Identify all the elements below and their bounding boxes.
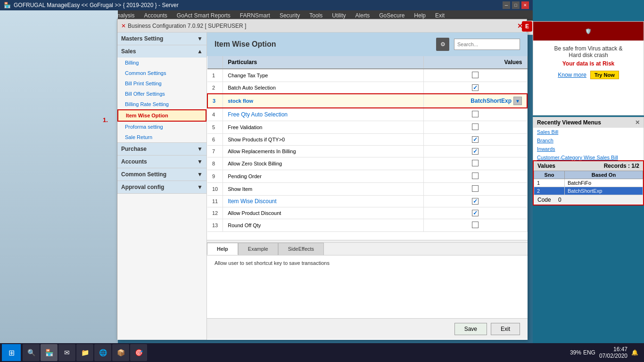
vp-val-2: BatchShortExp: [564, 187, 643, 195]
table-row[interactable]: 6 Show Products if QTY>0: [207, 134, 527, 146]
checkbox-2[interactable]: [472, 84, 479, 91]
exit-button[interactable]: Exit: [491, 323, 520, 335]
checkbox-10[interactable]: [472, 185, 479, 192]
sidebar-item-sale-return[interactable]: Sale Return: [117, 132, 206, 142]
table-row[interactable]: 9 Pending Order: [207, 170, 527, 183]
table-scroll-area[interactable]: Particulars Values 1 Change Tax Type 2 B…: [207, 56, 528, 240]
row-value[interactable]: [423, 196, 527, 207]
taskbar-icons: 🔍 🏪 ✉ 📁 🌐 📦 🎯: [23, 344, 147, 361]
row-value[interactable]: [423, 121, 527, 134]
rv-branch[interactable]: Branch: [533, 136, 644, 145]
row-value[interactable]: [423, 157, 527, 170]
table-row[interactable]: 2 Batch Auto Selection: [207, 82, 527, 94]
row-value[interactable]: [423, 219, 527, 232]
table-row[interactable]: 8 Allow Zero Stock Billing: [207, 157, 527, 170]
try-now-button[interactable]: Try Now: [590, 71, 619, 79]
checkbox-9[interactable]: [472, 173, 479, 179]
row-value[interactable]: [423, 170, 527, 183]
row-value[interactable]: [423, 69, 527, 82]
save-button[interactable]: Save: [454, 323, 487, 335]
checkbox-5[interactable]: [472, 123, 479, 130]
tab-side-effects[interactable]: SideEffects: [278, 243, 324, 255]
accounts-arrow-icon: ▼: [197, 158, 203, 165]
purchase-section-header[interactable]: Purchase ▼: [117, 143, 206, 155]
background-scene: [0, 10, 118, 343]
sidebar-item-proforma-setting[interactable]: Proforma setting: [117, 122, 206, 132]
checkbox-1[interactable]: [472, 72, 479, 78]
col-particulars: Particulars: [223, 56, 423, 69]
row-value-dropdown[interactable]: BatchShortExp ▼: [423, 94, 527, 108]
checkbox-8[interactable]: [472, 160, 479, 166]
maximize-button[interactable]: □: [512, 1, 520, 9]
row-value[interactable]: [423, 146, 527, 157]
sidebar-item-common-settings[interactable]: Common Settings: [117, 68, 206, 78]
table-row[interactable]: 11 Item Wise Discount: [207, 196, 527, 207]
row-value[interactable]: [423, 108, 527, 121]
table-row[interactable]: 4 Free Qty Auto Selection: [207, 108, 527, 121]
taskbar-chrome-icon[interactable]: 🌐: [94, 344, 111, 361]
row-sno: 12: [207, 207, 223, 219]
accounts-section-header[interactable]: Accounts ▼: [117, 156, 206, 168]
row-sno: 7: [207, 146, 223, 157]
table-row[interactable]: 10 Show Item: [207, 183, 527, 196]
search-input[interactable]: [454, 39, 520, 50]
gear-button[interactable]: ⚙: [436, 38, 449, 51]
checkbox-4[interactable]: [472, 111, 479, 117]
checkbox-12[interactable]: [472, 210, 479, 216]
row-value[interactable]: [423, 207, 527, 219]
taskbar-files-icon[interactable]: 📁: [76, 344, 93, 361]
taskbar-email-icon[interactable]: ✉: [58, 344, 75, 361]
approval-arrow-icon: ▼: [197, 184, 203, 190]
row-particular: Free Validation: [223, 121, 423, 134]
rv-sales-bill[interactable]: Sales Bill: [533, 128, 644, 136]
gosecure-risk: Your data is at Risk: [538, 60, 639, 67]
tab-example[interactable]: Example: [238, 243, 278, 255]
table-row[interactable]: 13 Round Off Qty: [207, 219, 527, 232]
common-setting-section: Common Setting ▼: [117, 168, 206, 181]
col-sno: [207, 56, 223, 69]
taskbar-extra1-icon[interactable]: 📦: [112, 344, 129, 361]
row-value[interactable]: [423, 82, 527, 94]
dropdown-arrow-icon[interactable]: ▼: [513, 97, 522, 105]
checkbox-7[interactable]: [472, 148, 479, 155]
sidebar-item-billing[interactable]: Billing: [117, 58, 206, 68]
taskbar-search-icon[interactable]: 🔍: [23, 344, 40, 361]
minimize-button[interactable]: ─: [503, 1, 510, 9]
taskbar-extra2-icon[interactable]: 🎯: [130, 344, 147, 361]
row-sno: 8: [207, 157, 223, 170]
common-setting-section-header[interactable]: Common Setting ▼: [117, 168, 206, 181]
app-icon: 🏪: [4, 2, 11, 8]
table-row-selected[interactable]: 3 stock flow BatchShortExp ▼: [207, 94, 527, 108]
row-particular: Allow Product Discount: [223, 207, 423, 219]
approval-config-section: Approval config ▼: [117, 181, 206, 194]
rv-inwards[interactable]: Inwards: [533, 145, 644, 153]
recently-viewed-close[interactable]: ✕: [635, 119, 640, 126]
button-bar: Save Exit: [207, 318, 528, 339]
table-row[interactable]: 5 Free Validation: [207, 121, 527, 134]
close-button[interactable]: ✕: [521, 1, 529, 9]
sidebar-item-bill-print-setting[interactable]: Bill Print Setting: [117, 78, 206, 89]
start-button[interactable]: ⊞: [2, 344, 21, 361]
sidebar-item-item-wise-option[interactable]: Item Wise Option: [117, 109, 206, 122]
sales-section-header[interactable]: Sales ▲: [117, 45, 206, 58]
table-row[interactable]: 7 Allow Replacements In Billing: [207, 146, 527, 157]
sidebar-item-bill-offer-settings[interactable]: Bill Offer Settings: [117, 89, 206, 99]
checkbox-11[interactable]: [472, 198, 479, 205]
row-value[interactable]: [423, 183, 527, 196]
sidebar-item-billing-rate-setting[interactable]: Billing Rate Setting: [117, 99, 206, 109]
checkbox-6[interactable]: [472, 136, 479, 143]
tab-content: Allow user to set shortcut key to save t…: [207, 255, 528, 279]
approval-config-section-header[interactable]: Approval config ▼: [117, 181, 206, 193]
tab-help[interactable]: Help: [207, 243, 238, 255]
table-row[interactable]: 1 Change Tax Type: [207, 69, 527, 82]
checkbox-13[interactable]: [472, 222, 479, 228]
taskbar-notification-icon[interactable]: 🔔: [631, 349, 638, 356]
know-more-link[interactable]: Know more: [558, 72, 586, 78]
vp-val-1: BatchFiFo: [564, 179, 643, 187]
masters-setting-header[interactable]: Masters Setting ▼: [117, 33, 206, 45]
table-row[interactable]: 12 Allow Product Discount: [207, 207, 527, 219]
taskbar-app-icon[interactable]: 🏪: [41, 344, 58, 361]
table-row[interactable]: 2 BatchShortExp: [534, 187, 643, 195]
row-value[interactable]: [423, 134, 527, 146]
table-row[interactable]: 1 BatchFiFo: [534, 179, 643, 187]
